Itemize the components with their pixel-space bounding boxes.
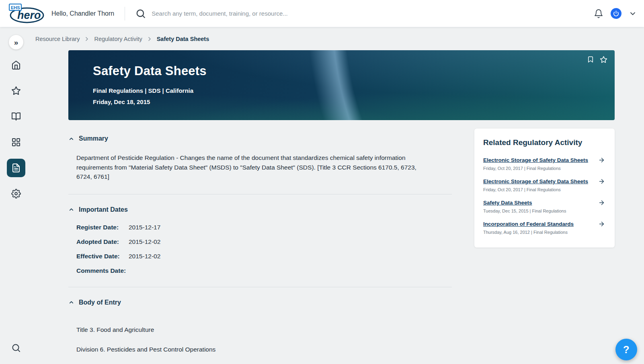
breadcrumb-current-page: Safety Data Sheets [157,36,209,42]
star-icon [11,86,21,96]
date-row: Adopted Date: 2015-12-02 [76,238,452,245]
logo-ehs-text: EHS [11,5,20,10]
related-item: Electronic Storage of Safety Data Sheets… [483,157,605,171]
related-link[interactable]: Electronic Storage of Safety Data Sheets [483,178,588,184]
date-label: Effective Date: [76,253,129,260]
sidebar-item-home[interactable] [7,56,25,74]
date-row: Register Date: 2015-12-17 [76,224,452,231]
sidebar-item-favorites[interactable] [7,82,25,100]
summary-heading: Summary [79,135,108,142]
search-icon [11,343,21,353]
header-actions [594,8,637,19]
notifications-bell-icon[interactable] [594,9,603,18]
power-icon [613,10,619,16]
hero-banner: Safety Data Sheets Final Regulations | S… [68,50,615,120]
help-button[interactable]: ? [615,339,637,360]
entry-line: Title 3. Food and Agriculture [76,326,452,333]
related-link[interactable]: Safety Data Sheets [483,200,532,206]
date-value: 2015-12-02 [129,253,160,260]
arrow-right-icon[interactable] [598,221,605,227]
sidebar-search-button[interactable] [11,343,21,354]
header-divider [125,7,125,20]
favorite-star-icon[interactable] [600,56,607,63]
logo-hero-text: hero [17,9,41,21]
document-icon [11,163,21,173]
date-value: 2015-12-02 [129,238,160,245]
summary-section-toggle[interactable]: Summary [68,135,452,142]
sidebar-item-apps[interactable] [7,133,25,151]
date-label: Register Date: [76,224,129,231]
chevron-up-icon [68,136,74,142]
user-greeting: Hello, Chandler Thorn [51,10,114,17]
breadcrumb-regulatory-activity[interactable]: Regulatory Activity [94,36,142,42]
entry-line: Division 6. Pesticides and Pest Control … [76,346,452,353]
date-label: Comments Date: [76,267,129,274]
ehs-hero-logo[interactable]: hero EHS [8,3,44,25]
home-icon [11,60,21,70]
expand-sidebar-button[interactable]: » [9,35,23,49]
gear-icon [11,189,21,198]
arrow-right-icon[interactable] [598,178,605,185]
grid-icon [11,137,21,147]
important-dates-table: Register Date: 2015-12-17 Adopted Date: … [76,224,452,274]
related-meta: Tuesday, Dec 15, 2015 | Final Regulation… [483,209,605,213]
banner-actions [587,56,607,63]
section-divider [68,194,452,194]
related-link[interactable]: Incorporation of Federal Standards [483,221,574,227]
chevron-right-icon [84,36,90,42]
chevron-up-icon [68,299,74,305]
banner-content: Safety Data Sheets Final Regulations | S… [68,50,615,105]
body-of-entry-text: Title 3. Food and Agriculture Division 6… [76,326,452,364]
related-card-heading: Related Regulatory Activity [483,138,605,147]
page-title: Safety Data Sheets [93,64,607,78]
arrow-right-icon[interactable] [598,157,605,164]
account-chevron-down-icon[interactable] [629,10,637,18]
body-of-entry-section-toggle[interactable]: Body of Entry [68,299,452,306]
date-value: 2015-12-17 [129,224,160,231]
bookmark-icon[interactable] [587,56,594,63]
related-item: Safety Data Sheets Tuesday, Dec 15, 2015… [483,199,605,213]
important-dates-heading: Important Dates [79,206,128,213]
sidebar-item-documents[interactable] [7,159,25,177]
detail-sections: Summary Department of Pesticide Regulati… [68,129,452,364]
user-avatar[interactable] [611,8,621,19]
book-open-icon [11,112,21,121]
date-row: Comments Date: [76,267,452,274]
sidebar-nav [7,56,25,203]
summary-text: Department of Pesticide Regulation - Cha… [76,153,429,182]
chevron-up-icon [68,207,74,213]
chevron-right-icon [146,36,153,42]
global-search [135,8,594,19]
top-header: hero EHS Hello, Chandler Thorn [0,0,644,27]
body-of-entry-heading: Body of Entry [79,299,121,306]
related-meta: Friday, Oct 20, 2017 | Final Regulations [483,187,605,192]
related-regulatory-activity-card: Related Regulatory Activity Electronic S… [474,129,615,247]
related-item: Incorporation of Federal Standards Thurs… [483,221,605,235]
search-input[interactable] [152,10,409,17]
search-icon [135,8,146,19]
related-meta: Thursday, Aug 16, 2012 | Final Regulatio… [483,230,605,235]
related-meta: Friday, Oct 20, 2017 | Final Regulations [483,166,605,171]
related-item: Electronic Storage of Safety Data Sheets… [483,178,605,192]
arrow-right-icon[interactable] [598,199,605,206]
breadcrumb: Resource Library Regulatory Activity Saf… [35,36,644,42]
section-divider [68,287,452,287]
important-dates-section-toggle[interactable]: Important Dates [68,206,452,213]
date-label: Adopted Date: [76,238,129,245]
left-sidebar: » [0,27,32,364]
related-link[interactable]: Electronic Storage of Safety Data Sheets [483,157,588,163]
main-content: Resource Library Regulatory Activity Saf… [32,27,644,364]
sidebar-item-library[interactable] [7,107,25,126]
breadcrumb-resource-library[interactable]: Resource Library [35,36,80,42]
banner-date: Friday, Dec 18, 2015 [93,98,607,105]
sidebar-item-settings[interactable] [7,184,25,203]
date-row: Effective Date: 2015-12-02 [76,253,452,260]
banner-subtitle: Final Regulations | SDS | California [93,87,607,94]
